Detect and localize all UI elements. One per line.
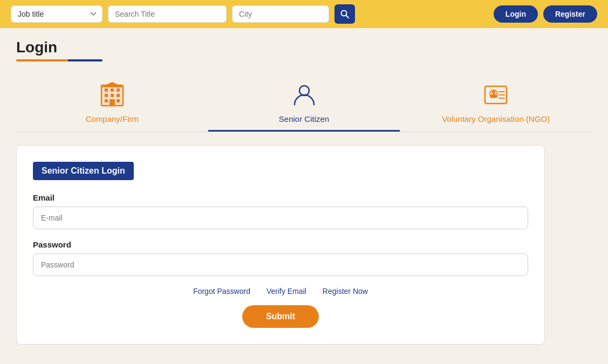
svg-rect-11: [117, 99, 120, 102]
search-button[interactable]: [334, 4, 355, 24]
forgot-password-link[interactable]: Forgot Password: [193, 287, 250, 296]
login-button[interactable]: Login: [494, 5, 538, 23]
tab-senior[interactable]: Senior Citizen: [208, 80, 400, 132]
svg-rect-8: [111, 94, 114, 97]
svg-rect-4: [105, 88, 108, 92]
tab-company[interactable]: Company/Firm: [16, 80, 208, 130]
password-group: Password: [33, 240, 528, 276]
tab-company-label: Company/Firm: [86, 114, 139, 123]
navbar-left: Job title: [11, 4, 487, 24]
person-icon: [289, 80, 319, 110]
svg-rect-10: [105, 99, 108, 102]
verify-email-link[interactable]: Verify Email: [267, 287, 306, 296]
submit-wrapper: Submit: [33, 305, 528, 328]
main-content: Login: [0, 28, 608, 355]
register-button[interactable]: Register: [543, 5, 597, 23]
email-label: Email: [33, 193, 528, 202]
submit-button[interactable]: Submit: [242, 305, 319, 328]
register-now-link[interactable]: Register Now: [323, 287, 368, 296]
search-title-input[interactable]: [108, 5, 227, 23]
navbar: Job title Login Register: [0, 0, 608, 28]
building-icon: [97, 80, 127, 110]
svg-rect-7: [105, 94, 108, 97]
tab-ngo[interactable]: Voluntary Organisation (NGO): [400, 80, 592, 130]
tab-senior-label: Senior Citizen: [279, 114, 329, 123]
job-title-select[interactable]: Job title: [11, 5, 103, 23]
form-container: Senior Citizen Login Email Password Forg…: [16, 145, 545, 345]
svg-rect-5: [111, 88, 114, 92]
city-input[interactable]: [232, 5, 329, 23]
form-title-bar: Senior Citizen Login: [33, 162, 134, 180]
title-underline: [16, 59, 103, 61]
svg-line-1: [346, 16, 349, 18]
svg-rect-9: [117, 94, 120, 97]
password-input[interactable]: [33, 253, 528, 276]
email-group: Email: [33, 193, 528, 229]
navbar-right: Login Register: [494, 5, 597, 23]
page-title: Login: [16, 39, 592, 56]
email-input[interactable]: [33, 207, 528, 229]
password-label: Password: [33, 240, 528, 249]
svg-rect-6: [117, 88, 120, 92]
search-icon: [340, 10, 349, 18]
svg-point-20: [492, 91, 495, 94]
svg-point-14: [299, 86, 309, 95]
id-card-icon: [481, 80, 511, 110]
login-tabs: Company/Firm Senior Citizen: [16, 74, 592, 132]
tab-ngo-label: Voluntary Organisation (NGO): [442, 114, 550, 123]
form-links: Forgot Password Verify Email Register No…: [33, 287, 528, 296]
svg-rect-12: [110, 99, 115, 106]
